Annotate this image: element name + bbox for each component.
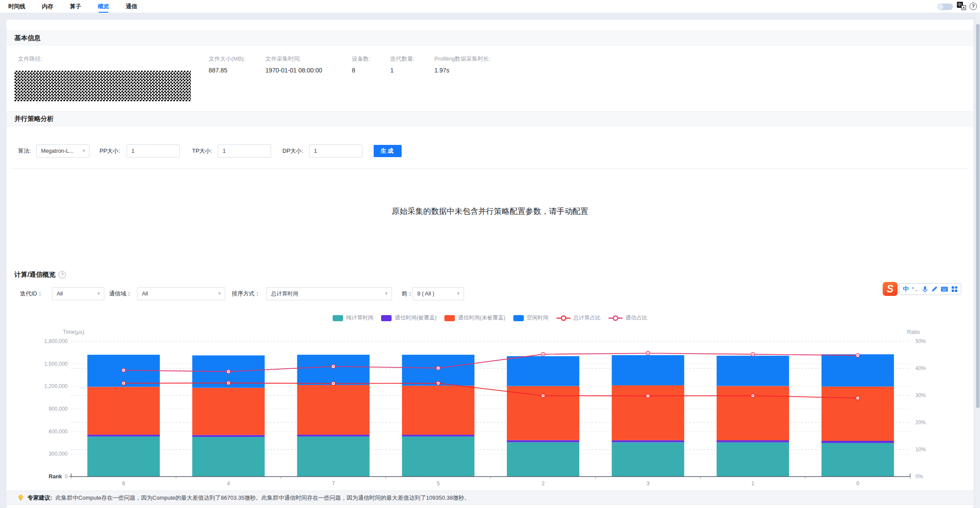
top-filter-select[interactable]: 8 ( All ) ▼ bbox=[413, 287, 464, 300]
sogou-logo[interactable]: S bbox=[883, 282, 897, 296]
sort-filter-select[interactable]: 总计算时间 ▼ bbox=[266, 287, 392, 300]
file-path-redacted-value bbox=[14, 71, 191, 101]
overview-title-row: 计算/通信概览 ? bbox=[14, 271, 66, 279]
top-nav: 时间线 内存 算子 概览 通信 bbox=[0, 0, 980, 13]
device-count-label: 设备数: bbox=[352, 55, 371, 63]
ime-toolbar: 中 °， bbox=[899, 283, 961, 295]
parallel-strategy-header: 并行策略分析 bbox=[7, 111, 973, 126]
tp-size-input[interactable]: 1 bbox=[218, 144, 271, 158]
algorithm-value: Megatron-L... bbox=[41, 148, 73, 154]
scrollbar-thumb[interactable] bbox=[976, 24, 980, 408]
legend-swatch bbox=[381, 315, 392, 321]
toolbox-icon[interactable] bbox=[951, 286, 958, 292]
iteration-count-label: 迭代数量: bbox=[390, 55, 415, 63]
iteration-filter-value: All bbox=[57, 291, 63, 297]
sort-filter-label: 排序方式： bbox=[232, 287, 260, 300]
legend-label: 纯计算时间 bbox=[346, 314, 374, 322]
algorithm-label: 算法: bbox=[18, 144, 31, 158]
empty-config-message: 原始采集的数据中未包含并行策略配置参数，请手动配置 bbox=[0, 206, 980, 216]
tp-size-label: TP大小: bbox=[192, 144, 212, 158]
iteration-count-value: 1 bbox=[390, 67, 394, 74]
legend-label: 通信时间(未被覆盖) bbox=[458, 314, 505, 322]
legend-item[interactable]: 通信时间(未被覆盖) bbox=[444, 314, 505, 322]
chinese-mode-icon[interactable]: 中 bbox=[903, 285, 909, 293]
tab-operator[interactable]: 算子 bbox=[70, 0, 81, 13]
tab-timeline[interactable]: 时间线 bbox=[8, 0, 25, 13]
legend-line-marker bbox=[557, 315, 571, 321]
comm-domain-filter-select[interactable]: All ▼ bbox=[137, 287, 225, 300]
handwriting-icon[interactable] bbox=[931, 286, 938, 292]
expert-advice-label: 专家建议: bbox=[28, 494, 52, 502]
chart-legend: 纯计算时间通信时间(被覆盖)通信时间(未被覆盖)空闲时间总计算占比通信占比 bbox=[0, 314, 980, 322]
legend-swatch bbox=[513, 315, 524, 321]
profiling-duration-value: 1.97s bbox=[434, 67, 449, 74]
iteration-filter-label: 迭代ID： bbox=[20, 287, 43, 300]
legend-item[interactable]: 通信时间(被覆盖) bbox=[381, 314, 437, 322]
chevron-down-icon: ▼ bbox=[384, 288, 389, 300]
algorithm-select[interactable]: Megatron-L... ▼ bbox=[36, 144, 89, 158]
tab-memory[interactable]: 内存 bbox=[42, 0, 53, 13]
legend-item[interactable]: 通信占比 bbox=[609, 314, 647, 322]
microphone-icon[interactable] bbox=[922, 286, 928, 293]
legend-item[interactable]: 总计算占比 bbox=[557, 314, 601, 322]
dp-size-input[interactable]: 1 bbox=[309, 144, 362, 158]
device-count-value: 8 bbox=[352, 67, 355, 74]
chevron-down-icon: ▼ bbox=[217, 288, 222, 300]
legend-item[interactable]: 纯计算时间 bbox=[333, 314, 374, 322]
file-path-label: 文件路径: bbox=[18, 55, 42, 63]
comm-domain-filter-label: 通信域： bbox=[109, 287, 132, 300]
dp-size-label: DP大小: bbox=[282, 144, 303, 158]
page: 时间线 内存 算子 概览 通信 中 A ? 基本信息 文件路径: 文件大小(MB… bbox=[0, 0, 980, 508]
overview-help-icon[interactable]: ? bbox=[58, 271, 66, 278]
theme-toggle[interactable] bbox=[937, 3, 953, 10]
lightbulb-icon bbox=[17, 494, 24, 501]
legend-label: 通信时间(被覆盖) bbox=[395, 314, 437, 322]
legend-line-marker bbox=[609, 315, 622, 321]
tab-communication[interactable]: 通信 bbox=[126, 0, 137, 13]
expert-advice-bar: 专家建议: 此集群中Compute存在一些问题，因为Compute的最大差值达到… bbox=[7, 491, 973, 505]
overview-title: 计算/通信概览 bbox=[14, 271, 55, 279]
legend-label: 总计算占比 bbox=[574, 314, 601, 322]
pp-size-input[interactable]: 1 bbox=[127, 144, 180, 158]
legend-swatch bbox=[333, 315, 343, 321]
legend-label: 空闲时间 bbox=[527, 314, 549, 322]
file-size-value: 887.85 bbox=[209, 67, 227, 74]
pp-size-label: PP大小: bbox=[100, 144, 120, 158]
chevron-down-icon: ▼ bbox=[456, 288, 461, 300]
file-size-label: 文件大小(MB): bbox=[209, 55, 245, 63]
expert-advice-text: 此集群中Compute存在一些问题，因为Compute的最大差值达到了86703… bbox=[55, 494, 470, 502]
collect-time-value: 1970-01-01 08:00:00 bbox=[265, 67, 322, 74]
tab-overview[interactable]: 概览 bbox=[98, 0, 109, 13]
basic-info-header: 基本信息 bbox=[7, 31, 973, 45]
punctuation-icon[interactable]: °， bbox=[912, 286, 918, 292]
chevron-down-icon: ▼ bbox=[96, 288, 101, 300]
iteration-filter-select[interactable]: All ▼ bbox=[52, 287, 104, 300]
keyboard-icon[interactable] bbox=[941, 286, 948, 292]
sort-filter-value: 总计算时间 bbox=[271, 291, 299, 297]
section-divider bbox=[11, 168, 969, 169]
toggle-knob bbox=[938, 4, 943, 10]
legend-item[interactable]: 空闲时间 bbox=[513, 314, 549, 322]
collect-time-label: 文件采集时间: bbox=[265, 55, 301, 63]
comm-domain-filter-value: All bbox=[142, 291, 148, 297]
profiling-duration-label: Profiling数据采集时长: bbox=[434, 55, 491, 63]
legend-swatch bbox=[444, 315, 455, 321]
top-filter-value: 8 ( All ) bbox=[417, 291, 434, 297]
basic-info-title: 基本信息 bbox=[14, 31, 973, 45]
generate-button[interactable]: 生成 bbox=[374, 145, 402, 157]
parallel-strategy-title: 并行策略分析 bbox=[14, 112, 973, 126]
help-icon[interactable]: ? bbox=[970, 3, 977, 10]
legend-label: 通信占比 bbox=[626, 314, 647, 322]
language-switch-icon[interactable]: 中 A bbox=[957, 2, 967, 11]
language-sub-glyph: A bbox=[961, 5, 966, 10]
top-filter-label: 前： bbox=[402, 287, 413, 300]
chevron-down-icon: ▼ bbox=[82, 145, 86, 157]
